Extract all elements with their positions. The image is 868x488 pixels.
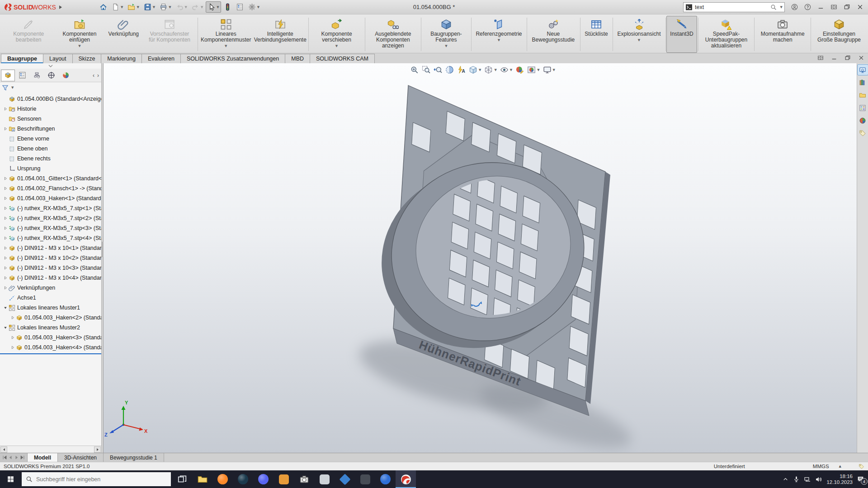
tree-item[interactable]: (-) DIN912 - M3 x 10<2> (Standar [0,253,101,263]
tree-item[interactable]: Sensoren [0,114,101,124]
expand-arrow[interactable] [2,286,9,290]
view-tab-bewegungsstudie-1[interactable]: Bewegungsstudie 1 [104,453,164,462]
tab-evaluieren[interactable]: Evaluieren [142,54,181,63]
restore-window-button[interactable] [844,4,850,10]
ribbon-button-intelligente-verbindungselemente[interactable]: Intelligente Verbindungselemente [253,16,307,53]
view-palette-tab[interactable] [858,103,868,113]
tab-next-button[interactable] [14,455,19,460]
tree-item[interactable]: (-) DIN912 - M3 x 10<1> (Standar [0,243,101,253]
user-account-button[interactable] [791,4,798,10]
ribbon-button-st-ckliste[interactable]: Stückliste [581,16,611,53]
dropdown-caret[interactable]: ▼ [445,43,447,49]
3d-model-view[interactable]: HühnerRapidPrint Y X Z [104,63,857,453]
panel-tabs-scroll-right[interactable]: › [97,72,99,79]
status-units[interactable]: MMGS [813,464,829,469]
ribbon-button-komponenten-einf-gen[interactable]: Komponenten einfügen▼ [54,16,104,53]
graphics-viewport[interactable]: A▼▼▼▼▼ [104,63,857,453]
tab-solidworks-zusatzanwendungen[interactable]: SOLIDWORKS Zusatzanwendungen [180,54,285,63]
tab-skizze[interactable]: Skizze [72,54,102,63]
dropdown-caret[interactable]: ▼ [201,5,203,9]
tree-horizontal-scrollbar[interactable] [0,446,101,453]
volume-icon[interactable] [815,476,822,483]
ribbon-button-explosionsansicht[interactable]: Explosionsansicht▼ [613,16,664,53]
dropdown-caret[interactable]: ▼ [185,5,187,9]
section-view-button[interactable] [444,65,455,75]
taskbar-app-gray[interactable] [314,470,335,488]
annotation-visibility-button[interactable]: A [456,65,467,75]
dropdown-caret[interactable]: ▼ [153,5,155,9]
command-search-box[interactable]: ▼ [683,2,785,12]
select-button[interactable]: ▼ [206,1,221,13]
zoom-to-area-button[interactable] [421,65,431,75]
resize-panes-button[interactable] [830,4,837,10]
ribbon-button-verkn-pfung[interactable]: Verknüpfung [105,16,142,53]
expand-arrow[interactable] [2,236,9,240]
search-icon[interactable] [770,4,777,10]
scroll-right-button[interactable] [94,446,101,453]
appearances-scenes-tab[interactable] [858,115,868,126]
ribbon-button-komponente-verschieben[interactable]: Komponente verschieben▼ [310,16,364,53]
expand-arrow[interactable] [2,176,9,181]
taskbar-app-dark[interactable] [355,470,375,488]
dropdown-caret[interactable]: ▼ [217,5,219,9]
tab-layout[interactable]: Layout [43,54,73,63]
undo-button[interactable]: ▼ [174,1,189,13]
display-style-button[interactable]: ▼ [483,65,497,75]
tab-first-button[interactable] [2,455,7,460]
edit-appearance-button[interactable] [514,65,525,75]
dropdown-caret[interactable]: ▼ [121,5,123,9]
print-button[interactable]: ▼ [158,1,173,13]
dropdown-caret[interactable]: ▼ [638,38,640,43]
redo-button[interactable]: ▼ [190,1,205,13]
dropdown-caret[interactable]: ▼ [225,43,227,49]
taskbar-solidworks[interactable] [396,470,416,488]
taskbar-task-view[interactable] [172,470,192,488]
options-button[interactable]: ▼ [246,1,261,13]
cascade-windows-button[interactable] [817,55,824,61]
tree-item[interactable]: (-) DIN912 - M3 x 10<4> (Standar [0,273,101,283]
dropdown-caret[interactable]: ▼ [137,5,139,9]
zoom-to-fit-button[interactable] [409,65,420,75]
tab-last-button[interactable] [20,455,25,460]
tag-icon[interactable] [859,464,864,469]
taskbar-search-input[interactable] [36,476,167,483]
units-dropdown-caret[interactable]: ▲ [839,465,841,468]
tree-item[interactable]: (-) ruthex_RX-M3x5_7.stp<2> (Sta [0,213,101,223]
minimize-window-button[interactable] [817,4,824,10]
custom-properties-tab[interactable] [858,128,868,138]
tree-item[interactable]: 01.054.003_Haken<3> (Standa [0,333,101,343]
restore-document-button[interactable] [844,55,851,61]
tree-item[interactable]: Ebene vorne [0,134,101,144]
ribbon-button-neue-bewegungsstudie[interactable]: Neue Bewegungsstudie [528,16,579,53]
expand-arrow[interactable] [2,216,9,221]
expand-arrow[interactable] [2,206,9,211]
taskbar-screenshot-tool[interactable] [294,470,314,488]
taskbar-steam[interactable] [233,470,253,488]
expand-arrow[interactable] [9,345,16,350]
tree-item[interactable]: 01.054.002_Flansch<1> -> (Standa [0,183,101,193]
close-document-button[interactable] [858,55,864,61]
tree-item[interactable]: Lokales lineares Muster1 [0,303,101,313]
panel-tab-dimxpertmanager[interactable] [44,70,58,81]
tree-item[interactable]: (-) ruthex_RX-M3x5_7.stp<1> (Sta [0,203,101,213]
dropdown-caret[interactable]: ▼ [510,68,512,72]
tab-mbd[interactable]: MBD [285,54,310,63]
dropdown-caret[interactable]: ▼ [553,68,555,72]
ribbon-button-referenzgeometrie[interactable]: Referenzgeometrie▼ [472,16,525,53]
tree-item[interactable]: 01.054.003_Haken<1> (Standard< [0,193,101,203]
open-document-button[interactable]: ▼ [126,1,141,13]
ribbon-button-momentaufnahme-machen[interactable]: Momentaufnahme machen [755,16,810,53]
dropdown-caret[interactable]: ▼ [479,68,481,72]
expand-arrow[interactable] [9,315,16,320]
taskbar-app-blue-diamond[interactable] [335,470,355,488]
scroll-left-button[interactable] [0,446,7,453]
previous-view-button[interactable] [433,65,443,75]
expand-arrow[interactable] [2,196,9,201]
tray-chevron-icon[interactable] [782,476,789,483]
tree-item[interactable]: Ebene oben [0,144,101,154]
ribbon-button-ausgeblendete-komponenten-anzeigen[interactable]: Ausgeblendete Komponenten anzeigen [366,16,420,53]
view-settings-button[interactable]: ▼ [542,65,556,75]
ribbon-button-vorschaufenster-f-r-komponenten[interactable]: Vorschaufenster für Komponenten [142,16,197,53]
expand-arrow[interactable] [9,335,16,340]
tree-item[interactable]: 01.054.003_Haken<2> (Standa [0,313,101,323]
